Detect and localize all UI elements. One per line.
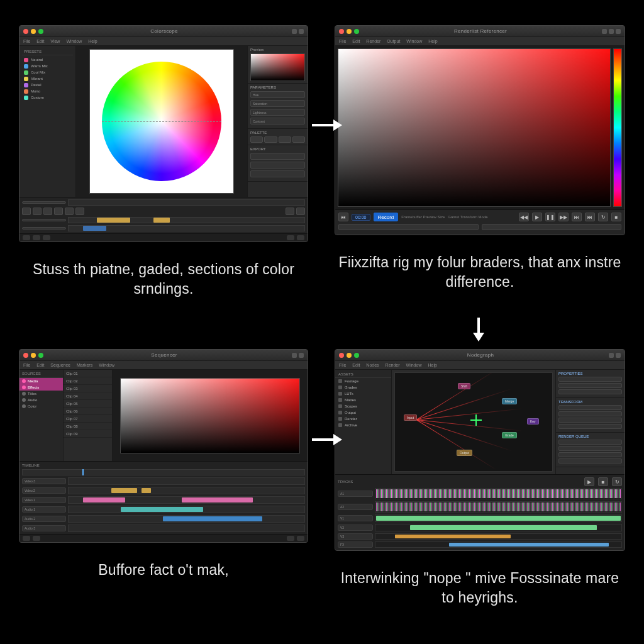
menu-item[interactable]: File — [23, 363, 30, 367]
track-label[interactable]: Audio 2 — [22, 516, 66, 522]
source-item[interactable]: Audio — [19, 397, 63, 403]
video-track[interactable] — [375, 514, 622, 522]
menu-item[interactable]: Edit — [36, 363, 44, 367]
asset-item[interactable]: Grades — [335, 384, 391, 391]
menu-item[interactable]: Help — [428, 39, 437, 43]
track-strip[interactable] — [68, 217, 305, 223]
prop-row[interactable] — [558, 452, 622, 457]
loop-button[interactable]: ↻ — [612, 477, 622, 486]
timeline-ruler[interactable] — [22, 469, 305, 475]
track-label[interactable]: Audio 3 — [22, 525, 66, 531]
wave-label[interactable]: FX — [338, 541, 373, 548]
pause-button[interactable]: ❚❚ — [545, 213, 555, 221]
param-row[interactable]: Lightness — [250, 109, 305, 116]
maximize-icon[interactable] — [354, 29, 359, 34]
menu-item[interactable]: Render — [366, 39, 380, 43]
wave-label[interactable]: A1 — [338, 491, 373, 497]
minimize-icon[interactable] — [31, 29, 36, 34]
timeline-track[interactable] — [68, 477, 305, 485]
clip-item[interactable]: Clip 01 — [64, 370, 112, 377]
menu-item[interactable]: Window — [99, 363, 114, 367]
end-button[interactable]: ⏭ — [585, 213, 595, 221]
prop-row[interactable] — [558, 424, 622, 429]
sidebar-item[interactable]: Vibrant — [22, 75, 73, 82]
graph-node[interactable]: Key — [527, 418, 539, 425]
minimize-icon[interactable] — [347, 353, 352, 358]
wave-label[interactable]: A2 — [338, 504, 373, 510]
menu-item[interactable]: Sequence — [50, 363, 70, 367]
param-row[interactable]: Saturation — [250, 100, 305, 107]
export-row[interactable] — [250, 170, 305, 177]
track-strip[interactable] — [68, 225, 305, 231]
track-label[interactable]: Audio 1 — [22, 506, 66, 513]
prop-row[interactable] — [558, 418, 622, 423]
minimize-icon[interactable] — [347, 29, 352, 34]
asset-item[interactable]: Scopes — [335, 403, 391, 409]
graph-node[interactable]: Merge — [502, 398, 517, 404]
asset-item[interactable]: Output — [335, 409, 391, 416]
clip-item[interactable]: Clip 03 — [64, 385, 112, 392]
source-item[interactable]: Color — [19, 403, 63, 409]
sidebar-item[interactable]: Custom — [22, 94, 73, 101]
titlebar[interactable]: Nodegraph — [335, 350, 625, 361]
titlebar[interactable]: Renderlist Referencer — [335, 26, 625, 37]
playhead-icon[interactable] — [82, 469, 84, 475]
menu-item[interactable]: File — [339, 39, 346, 43]
stop-button[interactable]: ■ — [611, 213, 621, 221]
prop-row[interactable] — [558, 405, 622, 410]
prop-row[interactable] — [558, 389, 622, 394]
menu-help[interactable]: Help — [88, 39, 97, 43]
prop-row[interactable] — [558, 440, 622, 445]
menu-item[interactable]: Edit — [352, 39, 360, 43]
tool-button[interactable] — [54, 208, 63, 215]
timeline-track[interactable] — [68, 487, 305, 494]
clip-item[interactable]: Clip 05 — [64, 400, 112, 408]
palette-chips[interactable] — [250, 136, 305, 143]
timeline-track[interactable] — [68, 506, 305, 513]
asset-item[interactable]: Archive — [335, 422, 391, 428]
hue-slider[interactable] — [613, 48, 622, 207]
tool-button[interactable] — [43, 208, 52, 215]
source-item[interactable]: Titles — [19, 391, 63, 397]
track-strip[interactable] — [68, 199, 305, 206]
timeline-track[interactable] — [68, 515, 305, 523]
waveform-track[interactable] — [375, 501, 622, 513]
sidebar-item[interactable]: Mono — [22, 88, 73, 94]
menu-item[interactable]: File — [339, 363, 346, 367]
menu-item[interactable]: Window — [406, 363, 422, 367]
asset-item[interactable]: Mattes — [335, 397, 391, 403]
maximize-icon[interactable] — [38, 29, 43, 34]
graph-node[interactable]: Shift — [458, 383, 470, 389]
asset-item[interactable]: Render — [335, 416, 391, 422]
menu-item[interactable]: Edit — [352, 363, 360, 367]
color-gradient-view[interactable] — [338, 48, 611, 207]
color-wheel-canvas[interactable] — [89, 49, 234, 194]
graph-node[interactable]: Output — [457, 450, 472, 456]
tool-button[interactable] — [75, 208, 84, 215]
close-icon[interactable] — [339, 353, 344, 358]
track-label[interactable]: Video 3 — [22, 478, 66, 484]
param-row[interactable]: Hue — [250, 91, 305, 98]
source-item[interactable]: Effects — [19, 384, 63, 391]
close-icon[interactable] — [339, 29, 344, 34]
wave-label[interactable]: V3 — [338, 533, 373, 540]
track-label[interactable]: Video 2 — [22, 487, 66, 494]
record-button[interactable]: Record — [374, 213, 399, 221]
skip-fwd-button[interactable]: ⏭ — [572, 213, 582, 221]
clip-item[interactable]: Clip 02 — [64, 377, 112, 385]
export-row[interactable] — [250, 162, 305, 169]
menu-item[interactable]: Markers — [77, 363, 92, 367]
stop-button[interactable]: ■ — [598, 477, 608, 486]
clip-item[interactable]: Clip 04 — [64, 392, 112, 400]
video-track[interactable] — [375, 541, 622, 548]
graph-node[interactable]: Input — [404, 414, 417, 421]
graph-node[interactable]: Grade — [502, 432, 517, 438]
color-wheel-view[interactable] — [76, 46, 247, 197]
menu-item[interactable]: Output — [387, 39, 400, 43]
tool-button[interactable] — [22, 208, 31, 215]
prop-row[interactable] — [558, 383, 622, 388]
play-button[interactable]: ▶ — [584, 477, 594, 486]
close-icon[interactable] — [23, 29, 28, 34]
sidebar-item[interactable]: Warm Mix — [22, 63, 73, 69]
menu-file[interactable]: File — [23, 39, 30, 43]
